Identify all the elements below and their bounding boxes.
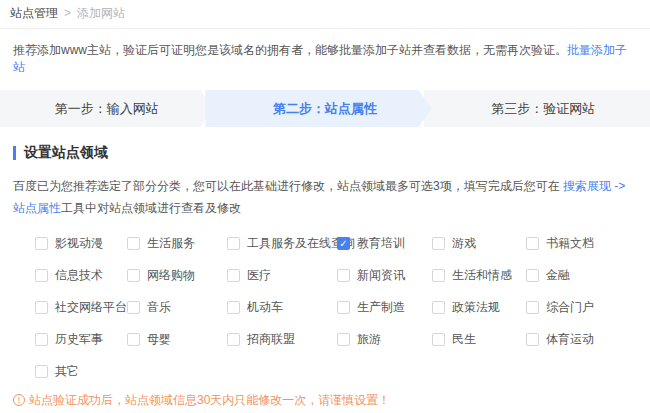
category-label: 教育培训	[357, 235, 405, 252]
step-label: 第一步：输入网站	[55, 100, 159, 118]
category-label: 历史军事	[55, 331, 103, 348]
category-item[interactable]: 民生	[432, 323, 526, 355]
category-item[interactable]: 书籍文档	[526, 227, 650, 259]
checkbox-unchecked-icon[interactable]	[432, 333, 445, 346]
checkbox-unchecked-icon[interactable]	[35, 301, 48, 314]
checkbox-checked-icon[interactable]: ✓	[337, 237, 350, 250]
category-label: 政策法规	[452, 299, 500, 316]
checkbox-unchecked-icon[interactable]	[227, 237, 240, 250]
category-item[interactable]: 招商联盟	[227, 323, 337, 355]
category-item[interactable]: 生活和情感	[432, 259, 526, 291]
category-label: 新闻资讯	[357, 267, 405, 284]
category-item[interactable]: 体育运动	[526, 323, 650, 355]
warning-message: ! 站点验证成功后，站点领域信息30天内只能修改一次，请谨慎设置！	[13, 391, 637, 409]
category-item[interactable]: 医疗	[227, 259, 337, 291]
category-label: 生活服务	[147, 235, 195, 252]
category-item[interactable]: 机动车	[227, 291, 337, 323]
category-item[interactable]: 新闻资讯	[337, 259, 432, 291]
checkbox-unchecked-icon[interactable]	[227, 333, 240, 346]
breadcrumb-add-site: 添加网站	[77, 6, 125, 20]
category-label: 游戏	[452, 235, 476, 252]
category-label: 生活和情感	[452, 267, 512, 284]
add-site-page: 站点管理>添加网站 推荐添加www主站，验证后可证明您是该域名的拥有者，能够批量…	[0, 0, 650, 413]
step-2-active: 第二步：站点属性	[205, 90, 431, 127]
category-label: 民生	[452, 331, 476, 348]
checkbox-unchecked-icon[interactable]	[432, 269, 445, 282]
category-label: 书籍文档	[546, 235, 594, 252]
category-item[interactable]: 生活服务	[127, 227, 227, 259]
category-label: 医疗	[247, 267, 271, 284]
checkbox-unchecked-icon[interactable]	[227, 301, 240, 314]
checkbox-unchecked-icon[interactable]	[35, 237, 48, 250]
intro-text: 推荐添加www主站，验证后可证明您是该域名的拥有者，能够批量添加子站并查看数据，…	[13, 43, 567, 57]
checkbox-unchecked-icon[interactable]	[526, 301, 539, 314]
section-title-row: 设置站点领域	[13, 144, 637, 162]
step-label: 第三步：验证网站	[491, 100, 595, 118]
warning-exclamation-icon: !	[13, 394, 25, 406]
checkbox-unchecked-icon[interactable]	[35, 333, 48, 346]
category-item[interactable]: 社交网络平台	[35, 291, 127, 323]
category-item[interactable]: 影视动漫	[35, 227, 127, 259]
intro-paragraph: 推荐添加www主站，验证后可证明您是该域名的拥有者，能够批量添加子站并查看数据，…	[13, 42, 637, 76]
category-label: 影视动漫	[55, 235, 103, 252]
step-3: 第三步：验证网站	[424, 90, 650, 127]
category-item[interactable]: 旅游	[337, 323, 432, 355]
category-label: 其它	[55, 363, 79, 380]
category-item[interactable]: 游戏	[432, 227, 526, 259]
checkbox-unchecked-icon[interactable]	[127, 237, 140, 250]
category-label: 机动车	[247, 299, 283, 316]
category-label: 招商联盟	[247, 331, 295, 348]
checkbox-unchecked-icon[interactable]	[526, 333, 539, 346]
category-item[interactable]: 音乐	[127, 291, 227, 323]
category-label: 金融	[546, 267, 570, 284]
category-item[interactable]: 信息技术	[35, 259, 127, 291]
category-grid: 影视动漫生活服务工具服务及在线查询✓教育培训游戏书籍文档信息技术网络购物医疗新闻…	[35, 227, 650, 387]
category-label: 体育运动	[546, 331, 594, 348]
category-label: 旅游	[357, 331, 381, 348]
step-wizard: 第一步：输入网站第二步：站点属性第三步：验证网站	[0, 90, 650, 127]
breadcrumb-site-management[interactable]: 站点管理	[10, 6, 58, 20]
section-description: 百度已为您推荐选定了部分分类，您可以在此基础进行修改，站点领域最多可选3项，填写…	[13, 175, 637, 219]
category-label: 网络购物	[147, 267, 195, 284]
description-text-after: 工具中对站点领域进行查看及修改	[61, 201, 241, 215]
breadcrumb-separator-icon: >	[64, 6, 71, 20]
category-item[interactable]: ✓教育培训	[337, 227, 432, 259]
checkbox-unchecked-icon[interactable]	[337, 333, 350, 346]
category-label: 社交网络平台	[55, 299, 127, 316]
breadcrumb: 站点管理>添加网站	[0, 0, 650, 29]
category-label: 信息技术	[55, 267, 103, 284]
checkbox-unchecked-icon[interactable]	[337, 269, 350, 282]
category-item[interactable]: 政策法规	[432, 291, 526, 323]
checkbox-unchecked-icon[interactable]	[127, 333, 140, 346]
category-item[interactable]: 网络购物	[127, 259, 227, 291]
checkbox-unchecked-icon[interactable]	[35, 365, 48, 378]
checkbox-unchecked-icon[interactable]	[526, 269, 539, 282]
category-item[interactable]: 历史军事	[35, 323, 127, 355]
step-label: 第二步：站点属性	[273, 100, 377, 118]
description-text-before: 百度已为您推荐选定了部分分类，您可以在此基础进行修改，站点领域最多可选3项，填写…	[13, 179, 563, 193]
category-item[interactable]: 工具服务及在线查询	[227, 227, 337, 259]
category-label: 综合门户	[546, 299, 594, 316]
category-item[interactable]: 生产制造	[337, 291, 432, 323]
step-1: 第一步：输入网站	[0, 90, 213, 127]
checkbox-unchecked-icon[interactable]	[127, 301, 140, 314]
category-label: 母婴	[147, 331, 171, 348]
category-item[interactable]: 金融	[526, 259, 650, 291]
category-item[interactable]: 其它	[35, 355, 127, 387]
checkbox-unchecked-icon[interactable]	[35, 269, 48, 282]
section-title-accent-bar	[13, 146, 16, 160]
checkbox-unchecked-icon[interactable]	[227, 269, 240, 282]
category-label: 生产制造	[357, 299, 405, 316]
section-title: 设置站点领域	[24, 144, 108, 162]
checkbox-unchecked-icon[interactable]	[526, 237, 539, 250]
main-content: 推荐添加www主站，验证后可证明您是该域名的拥有者，能够批量添加子站并查看数据，…	[0, 42, 650, 413]
category-item[interactable]: 母婴	[127, 323, 227, 355]
checkbox-unchecked-icon[interactable]	[337, 301, 350, 314]
warning-text: 站点验证成功后，站点领域信息30天内只能修改一次，请谨慎设置！	[29, 391, 390, 409]
checkbox-unchecked-icon[interactable]	[432, 237, 445, 250]
category-item[interactable]: 综合门户	[526, 291, 650, 323]
checkbox-unchecked-icon[interactable]	[127, 269, 140, 282]
category-label: 音乐	[147, 299, 171, 316]
checkbox-unchecked-icon[interactable]	[432, 301, 445, 314]
